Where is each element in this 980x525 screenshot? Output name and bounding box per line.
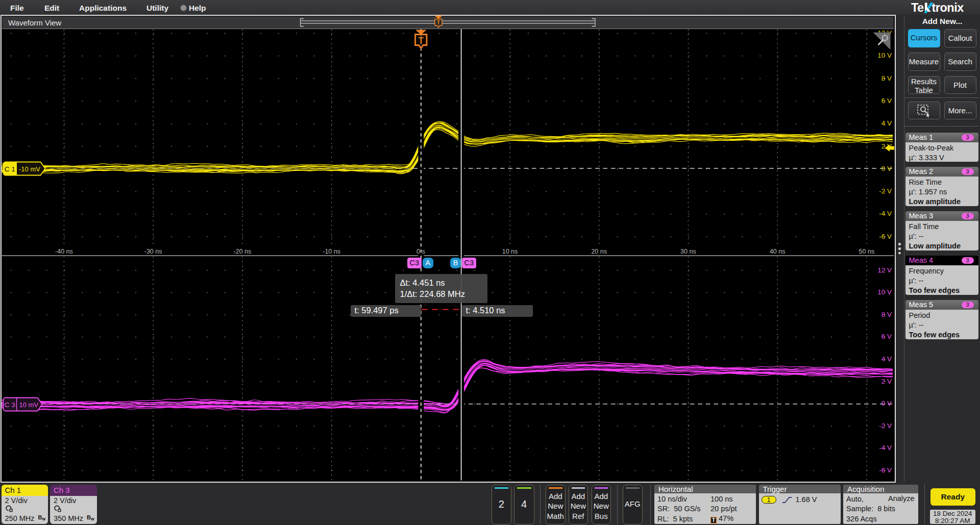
- svg-text:C 3: C 3: [5, 401, 15, 409]
- svg-text:C 1: C 1: [5, 165, 15, 173]
- svg-text:10 mV: 10 mV: [19, 401, 39, 409]
- svg-text:-10 mV: -10 mV: [19, 165, 40, 173]
